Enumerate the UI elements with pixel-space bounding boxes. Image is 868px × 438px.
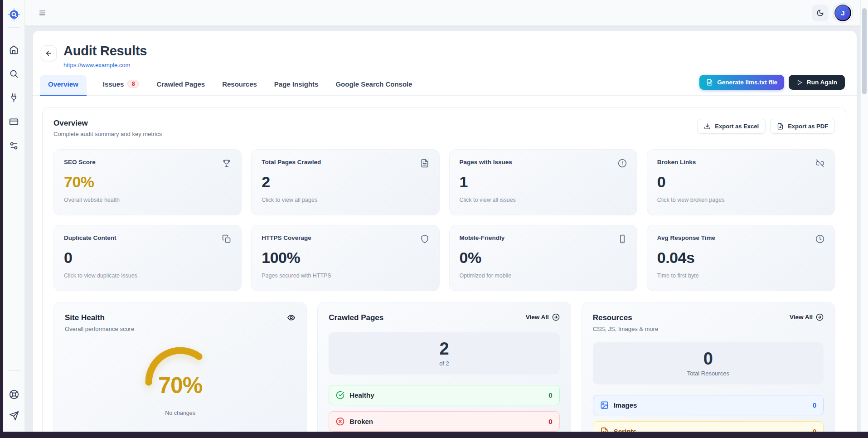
resources-count: 0 xyxy=(597,349,819,369)
dark-mode-toggle[interactable] xyxy=(812,5,829,21)
metric-value: 100% xyxy=(262,249,429,267)
scrollbar-thumb[interactable] xyxy=(862,8,867,94)
overview-subtitle: Complete audit summary and key metrics xyxy=(53,131,162,137)
sidebar-bottom-divider xyxy=(8,370,20,371)
tab-list: Overview Issues 8 Crawled Pages Resource… xyxy=(40,75,413,95)
user-avatar[interactable]: J xyxy=(834,5,851,21)
metric-title: SEO Score xyxy=(64,159,96,165)
crawled-pages-panel: Crawled Pages View All 2 of 2 Healthy 0 xyxy=(317,302,571,438)
metric-card-https-coverage[interactable]: HTTPS Coverage 100% Pages secured with H… xyxy=(251,225,439,291)
metric-subtitle: Optimized for mobile xyxy=(460,273,627,279)
sidebar-item-billing[interactable] xyxy=(9,117,19,127)
metric-card-broken-links[interactable]: Broken Links 0 Click to view broken page… xyxy=(647,149,835,215)
row-label: Broken xyxy=(349,418,373,425)
x-circle-icon xyxy=(336,417,344,426)
clock-icon xyxy=(815,234,824,243)
moon-icon xyxy=(816,9,824,17)
site-health-gauge: 70% xyxy=(133,339,228,408)
page-title: Audit Results xyxy=(63,44,147,58)
metric-subtitle: Click to view all pages xyxy=(262,197,429,203)
resources-title: Resources xyxy=(593,313,659,322)
link-off-icon xyxy=(815,159,824,168)
plug-icon xyxy=(9,93,19,102)
file-text-icon xyxy=(420,159,429,168)
scrollbar-track[interactable] xyxy=(860,0,868,432)
row-label: Healthy xyxy=(349,391,374,399)
copy-icon xyxy=(222,234,231,243)
tab-label: Crawled Pages xyxy=(156,80,205,88)
back-button[interactable] xyxy=(41,45,57,61)
window-frame-bottom xyxy=(0,432,868,438)
site-health-panel: Site Health Overall performance score 70… xyxy=(53,302,307,438)
sidebar-item-search[interactable] xyxy=(9,69,19,78)
site-health-note: No changes xyxy=(65,410,296,416)
credit-card-icon xyxy=(9,117,19,127)
download-icon xyxy=(704,123,711,130)
metric-subtitle: Click to view broken pages xyxy=(657,197,824,203)
tab-label: Resources xyxy=(222,80,257,88)
tab-resources[interactable]: Resources xyxy=(221,75,258,96)
tab-crawled-pages[interactable]: Crawled Pages xyxy=(155,75,206,96)
circle-arrow-right-icon xyxy=(816,313,824,321)
view-all-label: View All xyxy=(790,314,813,321)
crawled-pages-view-all-link[interactable]: View All xyxy=(526,313,560,321)
site-health-details-button[interactable] xyxy=(287,313,296,322)
issues-badge: 8 xyxy=(127,80,139,88)
tab-label: Google Search Console xyxy=(335,80,412,88)
metrics-grid: SEO Score 70% Overall website health Tot… xyxy=(53,149,835,291)
generate-llms-button[interactable]: Generate llms.txt file xyxy=(699,75,784,90)
image-icon xyxy=(600,401,609,409)
metric-value: 0.04s xyxy=(657,249,824,267)
play-icon xyxy=(796,79,803,86)
metric-subtitle: Pages secured with HTTPS xyxy=(262,273,429,279)
generate-llms-label: Generate llms.txt file xyxy=(717,79,777,86)
metric-card-duplicate-content[interactable]: Duplicate Content 0 Click to view duplic… xyxy=(53,225,242,291)
resources-view-all-link[interactable]: View All xyxy=(790,313,824,321)
hamburger-icon xyxy=(39,9,46,17)
export-pdf-button[interactable]: Export as PDF xyxy=(770,119,835,134)
tabs-row: Overview Issues 8 Crawled Pages Resource… xyxy=(33,75,857,96)
trophy-icon xyxy=(222,159,231,168)
app-logo[interactable] xyxy=(7,8,21,21)
audited-url-link[interactable]: https://www.example.com xyxy=(63,62,130,68)
tab-overview[interactable]: Overview xyxy=(40,75,87,96)
link-off-icon xyxy=(815,159,824,168)
view-all-label: View All xyxy=(526,314,549,321)
metric-subtitle: Click to view duplicate issues xyxy=(64,273,231,279)
sidebar-item-help[interactable] xyxy=(9,389,19,399)
menu-toggle-button[interactable] xyxy=(39,9,46,17)
sidebar-item-feedback[interactable] xyxy=(9,411,19,421)
site-health-score: 70% xyxy=(133,372,228,399)
home-icon xyxy=(9,45,19,54)
metric-title: Broken Links xyxy=(657,159,696,165)
crawled-of-label: of 2 xyxy=(333,360,555,367)
metric-card-pages-with-issues[interactable]: Pages with Issues 1 Click to view all is… xyxy=(449,149,637,215)
metric-title: Pages with Issues xyxy=(460,159,512,165)
metric-card-seo-score[interactable]: SEO Score 70% Overall website health xyxy=(53,149,242,215)
metric-card-avg-response-time[interactable]: Avg Response Time 0.04s Time to first by… xyxy=(647,225,835,291)
circle-arrow-right-icon xyxy=(552,313,560,321)
smartphone-icon xyxy=(618,234,627,243)
export-excel-button[interactable]: Export as Excel xyxy=(697,119,766,134)
tab-issues[interactable]: Issues 8 xyxy=(102,75,141,96)
crawled-count: 2 xyxy=(333,339,555,359)
metric-card-mobile-friendly[interactable]: Mobile-Friendly 0% Optimized for mobile xyxy=(449,225,637,291)
run-again-button[interactable]: Run Again xyxy=(789,75,845,90)
metric-value: 70% xyxy=(64,173,231,191)
tab-label: Overview xyxy=(48,80,78,88)
crawled-row-broken: Broken 0 xyxy=(329,411,559,432)
sidebar xyxy=(3,0,25,432)
sidebar-item-integrations[interactable] xyxy=(9,93,19,102)
metric-card-total-pages-crawled[interactable]: Total Pages Crawled 2 Click to view all … xyxy=(251,149,439,215)
sidebar-item-home[interactable] xyxy=(9,45,19,54)
run-again-label: Run Again xyxy=(807,79,837,86)
tab-page-insights[interactable]: Page Insights xyxy=(273,75,320,96)
tab-google-search-console[interactable]: Google Search Console xyxy=(335,75,413,96)
sidebar-item-settings[interactable] xyxy=(9,141,19,151)
tab-label: Page Insights xyxy=(274,80,319,88)
site-health-title: Site Health xyxy=(65,313,134,322)
crawled-pages-summary: 2 of 2 xyxy=(329,332,559,375)
sliders-icon xyxy=(9,141,19,151)
file-text-icon xyxy=(420,159,429,168)
crawled-status-list: Healthy 0 Broken 0 xyxy=(329,385,559,432)
